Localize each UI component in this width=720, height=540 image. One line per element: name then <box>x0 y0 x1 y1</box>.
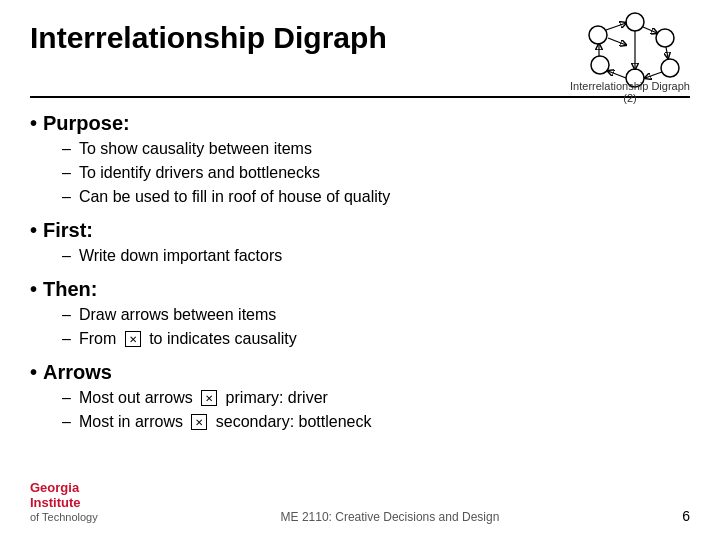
sub-item-2-0: Draw arrows between items <box>62 303 690 327</box>
logo-georgia: Georgia <box>30 480 79 496</box>
footer-area: Georgia Institute of Technology ME 2110:… <box>0 480 720 524</box>
symbol-in <box>191 414 207 430</box>
slide: Interrelationship Digraph <box>0 0 720 540</box>
bullet-then-label: Then: <box>30 278 690 301</box>
logo-georgia-red: Georgia <box>30 480 79 495</box>
symbol-out <box>201 390 217 406</box>
bullet-arrows: Arrows Most out arrows primary: driver M… <box>30 361 690 434</box>
sub-item-3-1: Most in arrows secondary: bottleneck <box>62 410 690 434</box>
logo-of-tech: of Technology <box>30 511 98 524</box>
sub-item-0-1: To identify drivers and bottlenecks <box>62 161 690 185</box>
footer-course-text: ME 2110: Creative Decisions and Design <box>281 510 500 524</box>
slide-title: Interrelationship Digraph <box>30 20 387 56</box>
sub-item-0-0: To show causality between items <box>62 137 690 161</box>
digraph-diagram <box>580 10 690 90</box>
svg-point-2 <box>661 59 679 77</box>
svg-line-9 <box>608 71 626 78</box>
svg-point-5 <box>589 26 607 44</box>
diagram-caption: Interrelationship Digraph (2) <box>570 80 690 104</box>
bullet-then: Then: Draw arrows between items From to … <box>30 278 690 351</box>
logo-institute: Institute <box>30 495 81 511</box>
bullet-first-label: First: <box>30 219 690 242</box>
then-sub-items: Draw arrows between items From to indica… <box>62 303 690 351</box>
page-number: 6 <box>682 508 690 524</box>
arrows-sub-items: Most out arrows primary: driver Most in … <box>62 386 690 434</box>
sub-item-2-1: From to indicates causality <box>62 327 690 351</box>
bullet-arrows-label: Arrows <box>30 361 690 384</box>
svg-line-13 <box>608 38 626 45</box>
bullet-purpose: Purpose: To show causality between items… <box>30 112 690 209</box>
symbol-from <box>125 331 141 347</box>
bullet-first: First: Write down important factors <box>30 219 690 268</box>
svg-line-11 <box>606 23 626 30</box>
sub-item-0-2: Can be used to fill in roof of house of … <box>62 185 690 209</box>
sub-item-1-0: Write down important factors <box>62 244 690 268</box>
svg-point-4 <box>591 56 609 74</box>
svg-line-7 <box>666 47 668 58</box>
svg-line-6 <box>643 27 657 33</box>
first-sub-items: Write down important factors <box>62 244 690 268</box>
logo: Georgia Institute of Technology <box>30 480 98 524</box>
svg-point-0 <box>626 13 644 31</box>
main-content: Purpose: To show causality between items… <box>30 112 690 438</box>
svg-point-1 <box>656 29 674 47</box>
svg-line-8 <box>645 72 662 78</box>
sub-item-3-0: Most out arrows primary: driver <box>62 386 690 410</box>
bullet-purpose-label: Purpose: <box>30 112 690 135</box>
purpose-sub-items: To show causality between items To ident… <box>62 137 690 209</box>
